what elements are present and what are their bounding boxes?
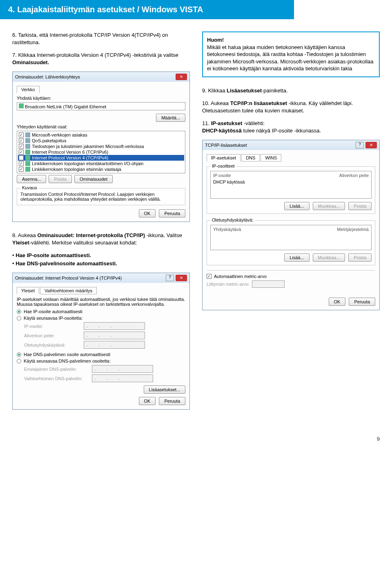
add-button[interactable]: Lisää... [284,253,309,262]
tab-wins[interactable]: WINS [261,154,281,161]
tcpip-advanced-window: TCP/IP-lisäasetukset ? ✕ IP-asetukset DN… [202,140,380,310]
section-title: 4. Laajakaistaliittymän asetukset / Wind… [0,0,294,19]
tab-general[interactable]: Yleiset [17,287,39,294]
component-icon [25,132,30,137]
description-text: Transmission Control Protocol/Internet P… [20,192,182,202]
help-icon[interactable]: ? [356,142,364,148]
adapter-field: Broadcom NetLink (TM) Gigabit Ethernet [17,102,185,110]
edit-button: Muokkaa... [313,253,345,262]
edit-button: Muokkaa... [313,202,345,210]
step-11: 11. IP-asetukset -välilehti: DHCP-käytös… [202,120,380,134]
checkbox[interactable] [19,167,24,172]
radio-auto-ip[interactable] [17,309,21,314]
uninstall-button: Poista [49,175,72,183]
step-8-bullets: Hae IP-osoite automaattisesti. Hae DNS-p… [12,252,190,267]
radio-manual-dns[interactable] [17,359,21,363]
close-icon[interactable]: ✕ [176,275,187,281]
checkbox[interactable] [19,150,24,155]
advanced-button[interactable]: Lisäasetukset... [144,385,185,394]
nic-icon [19,103,24,108]
step-9: 9. Klikkaa Lisäasetukset-painiketta. [202,87,380,94]
install-button[interactable]: Asenna... [17,175,46,183]
component-icon [25,161,30,166]
radio-manual-ip[interactable] [17,316,21,320]
description-label: Kuvaus [20,185,39,190]
step-10: 10. Aukeaa TCP/IP:n lisäasetukset -ikkun… [202,100,380,114]
checkbox[interactable] [19,138,24,143]
lan-properties-window: Ominaisuudet: Lähiverkkoyhteys ✕ Verkko … [12,72,190,222]
ok-button[interactable]: OK [139,209,156,217]
notice-box: Huom! Mikäli et halua jakaa muiden tieto… [202,31,380,77]
cancel-button[interactable]: Peruuta [159,397,185,405]
step-7: 7. Klikkaa Internet-protokolla Version 4… [12,52,190,66]
radio-auto-dns[interactable] [17,352,21,357]
step-6: 6. Tarkista, että Internet-protokolla TC… [12,31,190,46]
tab-alternate[interactable]: Vaihtoehtoinen määritys [40,287,97,294]
page-number: 9 [12,436,380,442]
component-icon [25,138,30,143]
metric-input [252,280,285,288]
remove-button: Poista [348,253,372,262]
auto-metric-checkbox[interactable] [207,274,212,279]
help-icon[interactable]: ? [166,275,174,281]
items-label: Yhteyden käyttämät osat: [17,124,185,129]
tab-ip-settings[interactable]: IP-asetukset [207,154,241,161]
properties-button[interactable]: Ominaisuudet [74,175,113,183]
ipv4-properties-window: Ominaisuudet: Internet Protocol Version … [12,273,190,410]
tab-dns[interactable]: DNS [241,154,260,161]
step-8: 8. Aukeaa Ominaisuudet: Internet-protoko… [12,232,190,246]
add-button[interactable]: Lisää... [284,202,309,210]
ok-button[interactable]: OK [329,298,346,306]
window-title: Ominaisuudet: Lähiverkkoyhteys [15,74,80,79]
close-icon[interactable]: ✕ [365,142,377,148]
connect-using-label: Yhdistä käyttäen: [17,96,185,101]
checkbox[interactable] [19,161,24,166]
checkbox[interactable] [19,155,24,160]
window-title: TCP/IP-lisäasetukset [205,143,247,148]
component-icon [25,150,30,155]
gateways-label: Oletusyhdyskäytävä: [210,217,255,222]
component-icon [25,167,30,172]
window-title: Ominaisuudet: Internet Protocol Version … [15,276,122,280]
tab-network[interactable]: Verkko [17,86,40,93]
cancel-button[interactable]: Peruuta [349,298,375,306]
components-list[interactable]: Microsoft-verkkojen asiakas QoS-paketajo… [17,131,185,173]
checkbox[interactable] [19,144,24,149]
ip-list-value: DHCP käytössä [212,179,370,185]
checkbox[interactable] [19,132,24,137]
component-icon [25,155,30,160]
intro-text: IP-asetukset voidaan määrittää automaatt… [17,297,185,307]
ip-addresses-label: IP-osoitteet [210,164,236,168]
cancel-button[interactable]: Peruuta [159,209,185,217]
close-icon[interactable]: ✕ [176,74,187,80]
ok-button[interactable]: OK [139,397,156,405]
component-icon [25,144,30,149]
remove-button: Poista [348,202,372,210]
configure-button[interactable]: Määritä... [156,114,185,122]
